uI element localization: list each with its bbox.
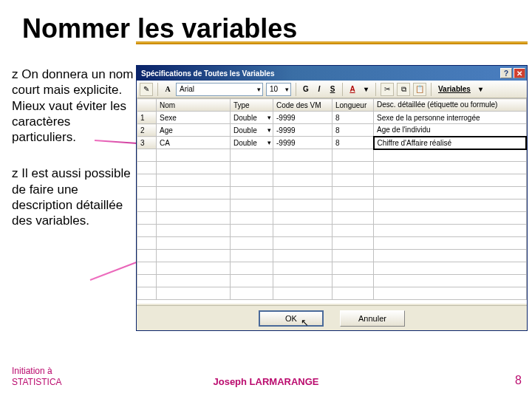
- row-number: 3: [137, 137, 157, 149]
- help-icon[interactable]: ?: [500, 68, 512, 78]
- font-a-icon[interactable]: A: [163, 83, 173, 96]
- footer-author: Joseph LARMARANGE: [0, 376, 532, 387]
- chevron-down-icon[interactable]: ▾: [476, 83, 486, 96]
- bullet-icon: z: [12, 67, 18, 81]
- copy-icon[interactable]: ⧉: [397, 83, 410, 96]
- variables-spec-window: Spécifications de Toutes les Variables ?…: [136, 65, 528, 331]
- cell-code[interactable]: -9999: [273, 112, 332, 124]
- row-number: 1: [137, 112, 157, 124]
- bullet-item: z Il est aussi possible de faire une des…: [12, 166, 136, 228]
- table-row[interactable]: 2 Age Double -9999 8 Age de l'individu: [137, 124, 527, 137]
- cell-desc[interactable]: Sexe de la personne interrogée: [374, 112, 527, 124]
- cell-nom[interactable]: Age: [157, 124, 231, 137]
- cut-icon[interactable]: ✂: [381, 83, 394, 96]
- table-row[interactable]: 1 Sexe Double -9999 8 Sexe de la personn…: [137, 112, 527, 124]
- variables-grid[interactable]: Nom Type Code des VM Longueur Desc. déta…: [137, 98, 527, 304]
- dialog-buttons: OK ↖ Annuler: [137, 305, 527, 330]
- font-color-button[interactable]: A: [347, 83, 358, 96]
- cell-nom[interactable]: Sexe: [157, 112, 231, 124]
- underline-button[interactable]: S: [327, 83, 338, 96]
- table-row[interactable]: 3 CA Double -9999 8 Chiffre d'Affaire ré…: [137, 137, 527, 149]
- header-nom[interactable]: Nom: [157, 99, 231, 112]
- header-type[interactable]: Type: [231, 99, 273, 112]
- ok-button[interactable]: OK ↖: [259, 310, 324, 327]
- bold-button[interactable]: G: [301, 83, 311, 96]
- ok-label: OK: [285, 314, 297, 323]
- title-underline: [136, 41, 528, 44]
- font-name-combo[interactable]: Arial: [176, 83, 263, 96]
- cell-type[interactable]: Double: [231, 112, 273, 124]
- bullet-item: z On donnera un nom court mais explicite…: [12, 66, 136, 145]
- cell-code[interactable]: -9999: [273, 124, 332, 137]
- italic-button[interactable]: I: [314, 83, 324, 96]
- header-code[interactable]: Code des VM: [273, 99, 332, 112]
- titlebar: Spécifications de Toutes les Variables ?…: [137, 66, 527, 81]
- cancel-button[interactable]: Annuler: [340, 310, 405, 327]
- cell-nom[interactable]: CA: [157, 137, 231, 149]
- close-icon[interactable]: ✕: [514, 68, 525, 78]
- cell-type[interactable]: Double: [231, 137, 273, 149]
- cell-long[interactable]: 8: [332, 112, 374, 124]
- header-desc[interactable]: Desc. détaillée (étiquette ou formule): [374, 99, 527, 112]
- chevron-down-icon[interactable]: ▾: [361, 83, 371, 96]
- bullet-list: z On donnera un nom court mais explicite…: [12, 66, 136, 249]
- cell-long[interactable]: 8: [332, 137, 374, 149]
- cell-desc[interactable]: Age de l'individu: [374, 124, 527, 137]
- cursor-icon: ↖: [301, 317, 309, 328]
- slide-number: 8: [515, 374, 522, 387]
- variables-menu[interactable]: Variables: [436, 83, 473, 96]
- slide-title: Nommer les variables: [0, 0, 532, 44]
- cell-type[interactable]: Double: [231, 124, 273, 137]
- cell-desc-selected[interactable]: Chiffre d'Affaire réalisé: [374, 137, 527, 149]
- bullet-text: On donnera un nom court mais explicite. …: [12, 67, 133, 144]
- cell-code[interactable]: -9999: [273, 137, 332, 149]
- cell-long[interactable]: 8: [332, 124, 374, 137]
- paste-icon[interactable]: 📋: [413, 83, 426, 96]
- toolbar: ✎ A Arial 10 G I S A ▾ ✂ ⧉ 📋 Variables ▾: [137, 81, 527, 98]
- window-title: Spécifications de Toutes les Variables: [141, 69, 274, 78]
- font-size-combo[interactable]: 10: [266, 83, 291, 96]
- toolbar-icon[interactable]: ✎: [140, 83, 153, 96]
- bullet-icon: z: [12, 166, 18, 180]
- bullet-text: Il est aussi possible de faire une descr…: [12, 166, 131, 228]
- header-longueur[interactable]: Longueur: [332, 99, 374, 112]
- row-number: 2: [137, 124, 157, 137]
- header-blank: [137, 99, 157, 112]
